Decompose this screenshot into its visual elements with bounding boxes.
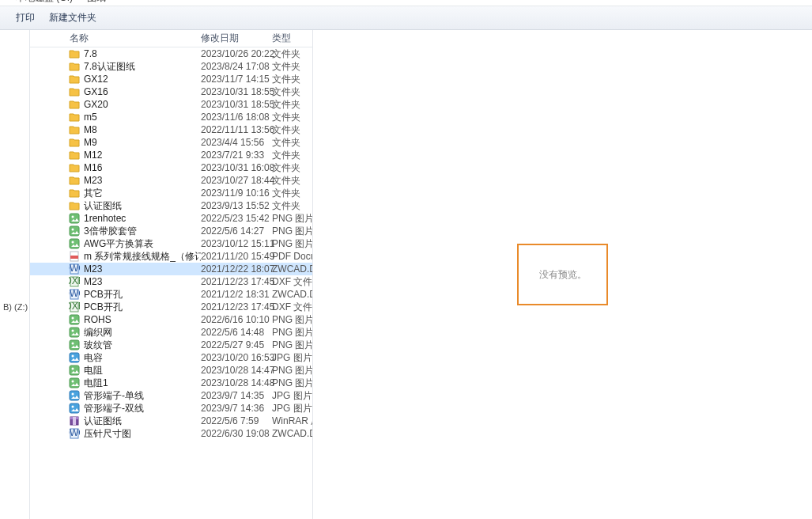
folder-icon — [68, 86, 81, 97]
file-type: PDF Document — [272, 251, 312, 262]
file-row[interactable]: M232021/12/23 17:45DXF 文件 — [30, 275, 312, 288]
file-row[interactable]: M82022/11/11 13:56文件夹 — [30, 123, 312, 136]
file-type: 文件夹 — [272, 199, 312, 213]
folder-icon — [68, 74, 81, 85]
jpg-icon — [68, 352, 81, 363]
file-type: PNG 图片文件 — [272, 237, 312, 251]
breadcrumb-segment[interactable]: 本地磁盘 (G:) — [13, 0, 76, 6]
rar-icon — [68, 415, 81, 426]
file-row[interactable]: 3倍带胶套管2022/5/6 14:27PNG 图片文件 — [30, 225, 312, 237]
file-date: 2023/10/31 18:55 — [201, 86, 272, 97]
column-header-name[interactable]: 名称 — [30, 32, 201, 45]
column-header-type[interactable]: 类型 — [272, 32, 312, 45]
file-row[interactable]: M162023/10/31 16:08文件夹 — [30, 161, 312, 174]
file-name: 电阻1 — [84, 377, 201, 390]
file-row[interactable]: GX202023/10/31 18:55文件夹 — [30, 98, 312, 111]
file-date: 2021/11/20 15:49 — [201, 251, 272, 262]
folder-icon — [68, 150, 81, 161]
file-name: m5 — [84, 112, 201, 123]
file-type: 文件夹 — [272, 47, 312, 61]
file-name: 1renhotec — [84, 213, 201, 224]
file-type: 文件夹 — [272, 149, 312, 162]
file-name: GX16 — [84, 86, 201, 97]
file-row[interactable]: 7.82023/10/26 20:22文件夹 — [30, 47, 312, 60]
file-name: 7.8 — [84, 48, 201, 59]
file-row[interactable]: 管形端子-双线2023/9/7 14:36JPG 图片文件 — [30, 402, 312, 415]
file-type: JPG 图片文件 — [272, 389, 312, 403]
png-icon — [68, 213, 81, 224]
file-date: 2023/7/21 9:33 — [201, 150, 272, 161]
file-row[interactable]: m 系列常规接线规格_（修订版）2021/11/20 15:49PDF Docu… — [30, 250, 312, 263]
file-date: 2022/5/27 9:45 — [201, 339, 272, 350]
column-header-date[interactable]: 修改日期 — [201, 32, 272, 45]
file-name: M9 — [84, 137, 201, 148]
file-row[interactable]: ROHS2022/6/16 10:10PNG 图片文件 — [30, 313, 312, 326]
file-row[interactable]: 压针尺寸图2022/6/30 19:08ZWCAD.Drawing — [30, 427, 312, 440]
file-type: PNG 图片文件 — [272, 212, 312, 225]
file-name: m 系列常规接线规格_（修订版） — [84, 250, 201, 263]
new-folder-button[interactable]: 新建文件夹 — [49, 11, 96, 25]
file-name: GX12 — [84, 74, 201, 85]
file-type: ZWCAD.Drawing — [272, 289, 312, 300]
png-icon — [68, 339, 81, 350]
file-row[interactable]: PCB开孔2021/12/23 17:45DXF 文件 — [30, 301, 312, 313]
file-row[interactable]: M92023/4/4 15:56文件夹 — [30, 136, 312, 149]
file-type: 文件夹 — [272, 111, 312, 124]
file-row[interactable]: 电容2023/10/20 16:53JPG 图片文件 — [30, 351, 312, 364]
dxf-icon — [68, 301, 81, 313]
file-type: DXF 文件 — [272, 301, 312, 314]
file-row[interactable]: 1renhotec2022/5/23 15:42PNG 图片文件 — [30, 212, 312, 225]
file-name: 认证图纸 — [84, 415, 201, 428]
file-name: M16 — [84, 162, 201, 173]
file-row[interactable]: m52023/11/6 18:08文件夹 — [30, 111, 312, 123]
file-type: JPG 图片文件 — [272, 351, 312, 365]
file-row[interactable]: 编织网2022/5/6 14:48PNG 图片文件 — [30, 326, 312, 339]
file-row[interactable]: 电阻2023/10/28 14:47PNG 图片文件 — [30, 364, 312, 377]
file-row[interactable]: M122023/7/21 9:33文件夹 — [30, 149, 312, 161]
file-list[interactable]: 7.82023/10/26 20:22文件夹7.8认证图纸2023/8/24 1… — [30, 47, 312, 519]
file-name: 认证图纸 — [84, 199, 201, 213]
file-row[interactable]: 电阻12023/10/28 14:48PNG 图片文件 — [30, 377, 312, 389]
file-type: PNG 图片文件 — [272, 225, 312, 238]
file-type: 文件夹 — [272, 187, 312, 200]
breadcrumb-segment[interactable]: 图纸 — [84, 0, 109, 6]
file-row[interactable]: GX122023/11/7 14:15文件夹 — [30, 73, 312, 85]
file-list-pane: 名称 修改日期 类型 7.82023/10/26 20:22文件夹7.8认证图纸… — [30, 30, 313, 519]
file-row[interactable]: PCB开孔2021/12/2 18:31ZWCAD.Drawing — [30, 288, 312, 301]
column-headers[interactable]: 名称 修改日期 类型 — [30, 30, 312, 47]
file-date: 2023/9/13 15:52 — [201, 200, 272, 211]
file-date: 2023/10/31 18:55 — [201, 99, 272, 110]
file-row[interactable]: 玻纹管2022/5/27 9:45PNG 图片文件 — [30, 339, 312, 351]
navigation-pane[interactable]: B) (Z:) — [0, 30, 30, 519]
file-date: 2021/12/23 17:45 — [201, 276, 272, 287]
file-row[interactable]: 其它2023/11/9 10:16文件夹 — [30, 187, 312, 199]
dwg-icon — [68, 263, 81, 275]
file-date: 2022/5/6 14:48 — [201, 327, 272, 338]
nav-drive-item[interactable]: B) (Z:) — [0, 301, 29, 313]
file-row[interactable]: GX162023/10/31 18:55文件夹 — [30, 85, 312, 98]
file-date: 2021/12/22 18:07 — [201, 263, 272, 275]
file-name: M23 — [84, 175, 201, 186]
file-row[interactable]: 认证图纸2023/9/13 15:52文件夹 — [30, 199, 312, 212]
file-row[interactable]: 7.8认证图纸2023/8/24 17:08文件夹 — [30, 60, 312, 73]
file-type: JPG 图片文件 — [272, 402, 312, 415]
file-date: 2023/10/28 14:48 — [201, 377, 272, 388]
jpg-icon — [68, 390, 81, 401]
file-row[interactable]: AWG平方换算表2023/10/12 15:11PNG 图片文件 — [30, 237, 312, 250]
print-button[interactable]: 打印 — [16, 11, 35, 25]
file-date: 2023/10/20 16:53 — [201, 352, 272, 363]
folder-icon — [68, 124, 81, 135]
jpg-icon — [68, 403, 81, 414]
file-type: 文件夹 — [272, 73, 312, 86]
file-date: 2022/5/23 15:42 — [201, 213, 272, 224]
file-type: PNG 图片文件 — [272, 326, 312, 339]
file-row[interactable]: M232023/10/27 18:44文件夹 — [30, 174, 312, 187]
file-date: 2023/4/4 15:56 — [201, 137, 272, 148]
pdf-icon — [68, 251, 81, 262]
file-row[interactable]: 认证图纸2022/5/6 7:59WinRAR 压缩文... — [30, 415, 312, 427]
file-row[interactable]: M232021/12/22 18:07ZWCAD.Drawing — [30, 263, 312, 275]
file-row[interactable]: 管形端子-单线2023/9/7 14:35JPG 图片文件 — [30, 389, 312, 402]
file-type: ZWCAD.Drawing — [272, 428, 312, 439]
folder-icon — [68, 99, 81, 110]
file-date: 2021/12/2 18:31 — [201, 289, 272, 300]
